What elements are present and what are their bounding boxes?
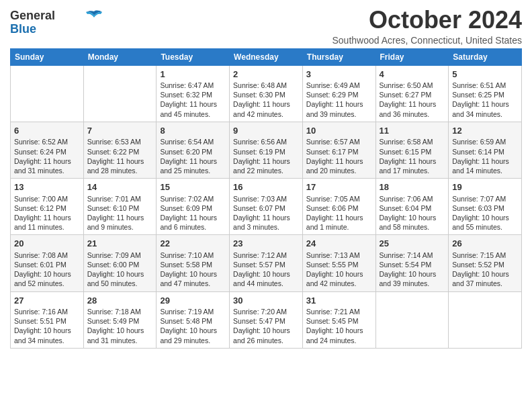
day-number: 15 [160, 181, 226, 193]
day-info: Sunrise: 7:08 AM Sunset: 6:01 PM Dayligh… [14, 250, 80, 289]
day-info: Sunrise: 6:49 AM Sunset: 6:29 PM Dayligh… [306, 81, 372, 119]
day-number: 12 [452, 125, 518, 137]
logo-general: General [10, 9, 55, 23]
empty-cell [449, 291, 522, 348]
day-number: 30 [233, 295, 299, 307]
day-number: 31 [306, 295, 372, 307]
calendar-table: SundayMondayTuesdayWednesdayThursdayFrid… [10, 48, 522, 349]
day-cell-7: 7Sunrise: 6:53 AM Sunset: 6:22 PM Daylig… [83, 122, 157, 178]
day-info: Sunrise: 7:18 AM Sunset: 5:49 PM Dayligh… [87, 307, 153, 345]
day-number: 17 [306, 181, 372, 193]
day-cell-5: 5Sunrise: 6:51 AM Sunset: 6:25 PM Daylig… [449, 65, 522, 122]
day-number: 20 [14, 238, 80, 250]
day-number: 13 [14, 181, 80, 193]
day-cell-6: 6Sunrise: 6:52 AM Sunset: 6:24 PM Daylig… [11, 122, 84, 178]
day-info: Sunrise: 7:05 AM Sunset: 6:06 PM Dayligh… [306, 194, 372, 232]
day-cell-16: 16Sunrise: 7:03 AM Sunset: 6:07 PM Dayli… [230, 179, 303, 235]
day-number: 22 [160, 238, 226, 250]
day-info: Sunrise: 6:56 AM Sunset: 6:19 PM Dayligh… [233, 137, 299, 175]
day-cell-24: 24Sunrise: 7:13 AM Sunset: 5:55 PM Dayli… [302, 235, 375, 291]
header: General Blue October 2024 Southwood Acre… [10, 7, 522, 46]
day-header-wednesday: Wednesday [230, 48, 303, 65]
day-header-saturday: Saturday [449, 48, 522, 65]
week-row-5: 27Sunrise: 7:16 AM Sunset: 5:51 PM Dayli… [11, 291, 522, 348]
day-info: Sunrise: 7:12 AM Sunset: 5:57 PM Dayligh… [233, 250, 299, 289]
day-cell-1: 1Sunrise: 6:47 AM Sunset: 6:32 PM Daylig… [157, 65, 230, 122]
day-number: 5 [452, 68, 518, 81]
day-cell-17: 17Sunrise: 7:05 AM Sunset: 6:06 PM Dayli… [302, 179, 375, 235]
day-cell-31: 31Sunrise: 7:21 AM Sunset: 5:45 PM Dayli… [302, 291, 375, 348]
day-info: Sunrise: 6:53 AM Sunset: 6:22 PM Dayligh… [87, 137, 153, 175]
month-title: October 2024 [332, 7, 523, 34]
day-info: Sunrise: 7:01 AM Sunset: 6:10 PM Dayligh… [87, 194, 153, 232]
day-info: Sunrise: 6:47 AM Sunset: 6:32 PM Dayligh… [160, 81, 226, 119]
day-cell-2: 2Sunrise: 6:48 AM Sunset: 6:30 PM Daylig… [230, 65, 303, 122]
day-header-monday: Monday [83, 48, 157, 65]
day-info: Sunrise: 7:15 AM Sunset: 5:52 PM Dayligh… [452, 250, 518, 289]
week-row-3: 13Sunrise: 7:00 AM Sunset: 6:12 PM Dayli… [11, 179, 522, 235]
title-area: October 2024 Southwood Acres, Connecticu… [332, 7, 523, 46]
day-cell-29: 29Sunrise: 7:19 AM Sunset: 5:48 PM Dayli… [157, 291, 230, 348]
day-info: Sunrise: 6:59 AM Sunset: 6:14 PM Dayligh… [452, 137, 518, 175]
day-number: 21 [87, 238, 153, 250]
day-info: Sunrise: 7:10 AM Sunset: 5:58 PM Dayligh… [160, 250, 226, 289]
day-cell-10: 10Sunrise: 6:57 AM Sunset: 6:17 PM Dayli… [302, 122, 375, 178]
logo-blue: Blue [10, 23, 36, 36]
day-number: 28 [87, 295, 153, 307]
day-cell-19: 19Sunrise: 7:07 AM Sunset: 6:03 PM Dayli… [449, 179, 522, 235]
day-number: 27 [14, 295, 80, 307]
day-cell-14: 14Sunrise: 7:01 AM Sunset: 6:10 PM Dayli… [83, 179, 157, 235]
day-cell-11: 11Sunrise: 6:58 AM Sunset: 6:15 PM Dayli… [375, 122, 449, 178]
day-info: Sunrise: 7:06 AM Sunset: 6:04 PM Dayligh… [380, 194, 445, 232]
day-info: Sunrise: 7:13 AM Sunset: 5:55 PM Dayligh… [306, 250, 372, 289]
day-info: Sunrise: 6:51 AM Sunset: 6:25 PM Dayligh… [452, 81, 518, 119]
day-number: 11 [380, 125, 445, 137]
day-number: 10 [306, 125, 372, 137]
day-info: Sunrise: 6:58 AM Sunset: 6:15 PM Dayligh… [380, 137, 445, 175]
day-cell-8: 8Sunrise: 6:54 AM Sunset: 6:20 PM Daylig… [157, 122, 230, 178]
day-cell-20: 20Sunrise: 7:08 AM Sunset: 6:01 PM Dayli… [11, 235, 84, 291]
day-cell-23: 23Sunrise: 7:12 AM Sunset: 5:57 PM Dayli… [230, 235, 303, 291]
day-header-tuesday: Tuesday [157, 48, 230, 65]
day-number: 25 [380, 238, 445, 250]
day-number: 29 [160, 295, 226, 307]
day-number: 24 [306, 238, 372, 250]
day-number: 6 [14, 125, 80, 137]
day-info: Sunrise: 7:03 AM Sunset: 6:07 PM Dayligh… [233, 194, 299, 232]
day-number: 9 [233, 125, 299, 137]
day-info: Sunrise: 7:09 AM Sunset: 6:00 PM Dayligh… [87, 250, 153, 289]
day-number: 1 [160, 68, 226, 81]
day-cell-13: 13Sunrise: 7:00 AM Sunset: 6:12 PM Dayli… [11, 179, 84, 235]
empty-cell [11, 65, 84, 122]
day-cell-28: 28Sunrise: 7:18 AM Sunset: 5:49 PM Dayli… [83, 291, 157, 348]
day-cell-18: 18Sunrise: 7:06 AM Sunset: 6:04 PM Dayli… [375, 179, 449, 235]
day-info: Sunrise: 6:57 AM Sunset: 6:17 PM Dayligh… [306, 137, 372, 175]
logo-bird-icon [85, 10, 103, 21]
empty-cell [375, 291, 449, 348]
day-cell-22: 22Sunrise: 7:10 AM Sunset: 5:58 PM Dayli… [157, 235, 230, 291]
day-number: 16 [233, 181, 299, 193]
day-info: Sunrise: 6:48 AM Sunset: 6:30 PM Dayligh… [233, 81, 299, 119]
logo: General Blue [10, 9, 103, 36]
day-cell-9: 9Sunrise: 6:56 AM Sunset: 6:19 PM Daylig… [230, 122, 303, 178]
location-subtitle: Southwood Acres, Connecticut, United Sta… [332, 35, 523, 46]
day-cell-12: 12Sunrise: 6:59 AM Sunset: 6:14 PM Dayli… [449, 122, 522, 178]
empty-cell [83, 65, 157, 122]
day-cell-26: 26Sunrise: 7:15 AM Sunset: 5:52 PM Dayli… [449, 235, 522, 291]
day-number: 26 [452, 238, 518, 250]
day-info: Sunrise: 7:00 AM Sunset: 6:12 PM Dayligh… [14, 194, 80, 232]
day-info: Sunrise: 7:21 AM Sunset: 5:45 PM Dayligh… [306, 307, 372, 345]
day-number: 4 [380, 68, 445, 81]
day-info: Sunrise: 6:50 AM Sunset: 6:27 PM Dayligh… [380, 81, 445, 119]
week-row-4: 20Sunrise: 7:08 AM Sunset: 6:01 PM Dayli… [11, 235, 522, 291]
day-header-thursday: Thursday [302, 48, 375, 65]
day-number: 2 [233, 68, 299, 81]
day-number: 23 [233, 238, 299, 250]
day-number: 18 [380, 181, 445, 193]
week-row-1: 1Sunrise: 6:47 AM Sunset: 6:32 PM Daylig… [11, 65, 522, 122]
day-cell-4: 4Sunrise: 6:50 AM Sunset: 6:27 PM Daylig… [375, 65, 449, 122]
day-number: 7 [87, 125, 153, 137]
day-cell-3: 3Sunrise: 6:49 AM Sunset: 6:29 PM Daylig… [302, 65, 375, 122]
day-number: 14 [87, 181, 153, 193]
day-info: Sunrise: 6:52 AM Sunset: 6:24 PM Dayligh… [14, 137, 80, 175]
